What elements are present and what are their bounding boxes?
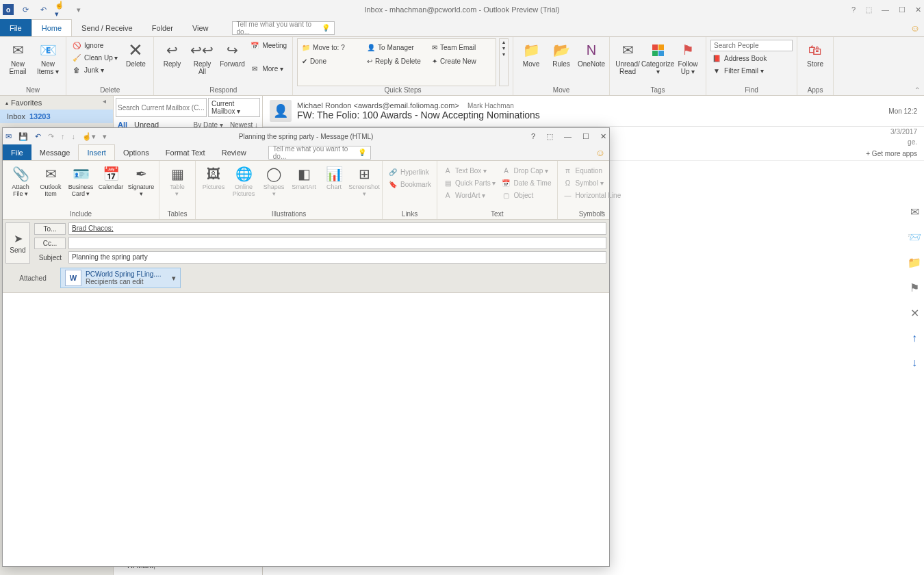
- compose-maximize-icon[interactable]: ☐: [582, 132, 589, 141]
- signature-button[interactable]: ✒Signature▾: [127, 162, 155, 198]
- send-button[interactable]: ➤ Send: [5, 222, 30, 264]
- categorize-button[interactable]: Categorize▾: [644, 38, 671, 75]
- qs-down-icon[interactable]: ▾: [500, 45, 508, 51]
- text-box-button[interactable]: AText Box ▾: [441, 165, 497, 176]
- compose-tab-review[interactable]: Review: [214, 144, 255, 160]
- pictures-button[interactable]: 🖼Pictures: [200, 162, 227, 191]
- mark-unread-icon[interactable]: ✉: [910, 205, 919, 218]
- undo-qat-icon[interactable]: ↶: [37, 3, 49, 16]
- junk-button[interactable]: 🗑Junk ▾: [70, 64, 119, 75]
- rules-button[interactable]: 📂Rules: [548, 38, 575, 68]
- quick-parts-button[interactable]: ▤Quick Parts ▾: [441, 177, 497, 188]
- delete-side-icon[interactable]: ✕: [910, 307, 919, 320]
- compose-touch-qat-icon[interactable]: ☝▾: [82, 132, 96, 141]
- compose-save-qat-icon[interactable]: 💾: [18, 132, 28, 141]
- reply-button[interactable]: ↩Reply: [158, 38, 185, 68]
- compose-tell-me[interactable]: Tell me what you want to do...💡: [268, 146, 371, 159]
- folder-side-icon[interactable]: 📁: [908, 256, 921, 269]
- outlook-item-button[interactable]: ✉OutlookItem: [37, 162, 64, 198]
- qs-up-icon[interactable]: ▴: [500, 39, 508, 45]
- meeting-button[interactable]: 📅Meeting: [248, 40, 288, 51]
- unread-read-button[interactable]: ✉Unread/Read: [614, 38, 641, 75]
- compose-tab-options[interactable]: Options: [115, 144, 157, 160]
- attachment-chip[interactable]: W PCWorld Spring FLing.... Recipients ca…: [60, 268, 181, 288]
- tell-me-search[interactable]: Tell me what you want to do...💡: [232, 21, 335, 35]
- store-button[interactable]: 🛍Store: [801, 38, 829, 68]
- compose-redo-qat-icon[interactable]: ↷: [48, 132, 54, 141]
- compose-collapse-ribbon-icon[interactable]: ⌃: [600, 210, 605, 218]
- compose-tab-format-text[interactable]: Format Text: [157, 144, 214, 160]
- compose-undo-qat-icon[interactable]: ↶: [35, 132, 41, 141]
- chart-button[interactable]: 📊Chart: [320, 162, 348, 191]
- help-icon[interactable]: ?: [851, 5, 856, 14]
- attachment-dropdown-icon[interactable]: ▾: [172, 274, 176, 283]
- new-items-button[interactable]: 📧NewItems ▾: [34, 38, 62, 75]
- minimize-icon[interactable]: —: [882, 5, 889, 14]
- compose-prev-qat-icon[interactable]: ↑: [61, 132, 65, 141]
- collapse-nav-icon[interactable]: ◂: [103, 97, 106, 105]
- compose-body[interactable]: [3, 292, 609, 566]
- nav-inbox[interactable]: Inbox13203: [0, 110, 113, 123]
- compose-next-qat-icon[interactable]: ↓: [72, 132, 76, 141]
- delete-button[interactable]: ✕Delete: [122, 38, 149, 68]
- follow-up-button[interactable]: ⚑FollowUp ▾: [674, 38, 702, 75]
- compose-customize-qat-icon[interactable]: ▾: [103, 132, 107, 141]
- online-pictures-button[interactable]: 🌐OnlinePictures: [230, 162, 257, 198]
- compose-tab-file[interactable]: File: [3, 144, 31, 160]
- compose-popout-icon[interactable]: ⬚: [546, 132, 553, 141]
- compose-help-icon[interactable]: ?: [531, 132, 535, 141]
- qs-create-new[interactable]: ✦Create New: [429, 54, 494, 68]
- feedback-smile-icon[interactable]: ☺: [910, 23, 920, 34]
- ribbon-display-icon[interactable]: ⬚: [865, 5, 872, 14]
- up-arrow-icon[interactable]: ↑: [912, 332, 917, 344]
- more-respond-button[interactable]: ✉More ▾: [248, 63, 288, 74]
- compose-smile-icon[interactable]: ☺: [595, 147, 605, 158]
- down-arrow-icon[interactable]: ↓: [912, 357, 917, 369]
- compose-minimize-icon[interactable]: —: [564, 132, 572, 141]
- qs-move-to[interactable]: 📁Move to: ?: [299, 40, 364, 54]
- maximize-icon[interactable]: ☐: [899, 5, 906, 14]
- date-time-button[interactable]: 📅Date & Time: [500, 177, 552, 188]
- business-card-button[interactable]: 🪪BusinessCard ▾: [67, 162, 94, 198]
- search-mailbox-input[interactable]: [116, 98, 207, 117]
- subject-field[interactable]: Planning the spring party: [68, 251, 606, 264]
- shapes-button[interactable]: ◯Shapes▾: [260, 162, 287, 198]
- equation-button[interactable]: πEquation: [562, 165, 623, 176]
- quick-steps-gallery[interactable]: 📁Move to: ? 👤To Manager ✉Team Email ✔Don…: [297, 38, 496, 86]
- qs-done[interactable]: ✔Done: [299, 54, 364, 68]
- new-email-button[interactable]: ✉NewEmail: [4, 38, 31, 75]
- qs-team-email[interactable]: ✉Team Email: [429, 40, 494, 54]
- calendar-button[interactable]: 📅Calendar: [97, 162, 125, 191]
- move-button[interactable]: 📁Move: [517, 38, 545, 68]
- to-button[interactable]: To...: [34, 223, 66, 235]
- symbol-button[interactable]: ΩSymbol ▾: [562, 177, 623, 188]
- send-receive-qat-icon[interactable]: ⟳: [19, 3, 31, 16]
- horizontal-line-button[interactable]: —Horizontal Line: [562, 190, 623, 201]
- touch-mode-qat-icon[interactable]: ☝▾: [55, 3, 67, 16]
- filter-email-button[interactable]: ▼Filter Email ▾: [710, 65, 793, 76]
- drop-cap-button[interactable]: ADrop Cap ▾: [500, 165, 552, 176]
- reply-all-button[interactable]: ↩↩ReplyAll: [188, 38, 216, 75]
- envelope-open-icon[interactable]: 📨: [908, 231, 921, 244]
- screenshot-button[interactable]: ⊞Screenshot▾: [350, 162, 378, 198]
- compose-tab-insert[interactable]: Insert: [78, 144, 115, 160]
- address-book-button[interactable]: 📕Address Book: [710, 53, 793, 64]
- wordart-button[interactable]: AWordArt ▾: [441, 190, 497, 201]
- close-icon[interactable]: ✕: [915, 5, 921, 14]
- hyperlink-button[interactable]: 🔗Hyperlink: [387, 166, 433, 177]
- compose-send-qat-icon[interactable]: ✉: [5, 132, 12, 141]
- tab-home[interactable]: Home: [31, 19, 72, 36]
- flag-side-icon[interactable]: ⚑: [910, 281, 919, 294]
- onenote-button[interactable]: NOneNote: [578, 38, 605, 68]
- search-people-input[interactable]: [710, 40, 793, 51]
- qs-expand-icon[interactable]: ▾: [500, 51, 508, 58]
- compose-tab-message[interactable]: Message: [31, 144, 79, 160]
- smartart-button[interactable]: ◧SmartArt: [290, 162, 318, 191]
- tab-view[interactable]: View: [183, 19, 218, 36]
- tab-file[interactable]: File: [0, 19, 31, 36]
- tab-folder[interactable]: Folder: [142, 19, 183, 36]
- table-button[interactable]: ▦Table▾: [164, 162, 191, 198]
- favorites-header[interactable]: Favorites◂: [0, 96, 113, 110]
- to-field[interactable]: Brad Chacos;: [68, 222, 606, 235]
- compose-close-icon[interactable]: ✕: [600, 132, 606, 141]
